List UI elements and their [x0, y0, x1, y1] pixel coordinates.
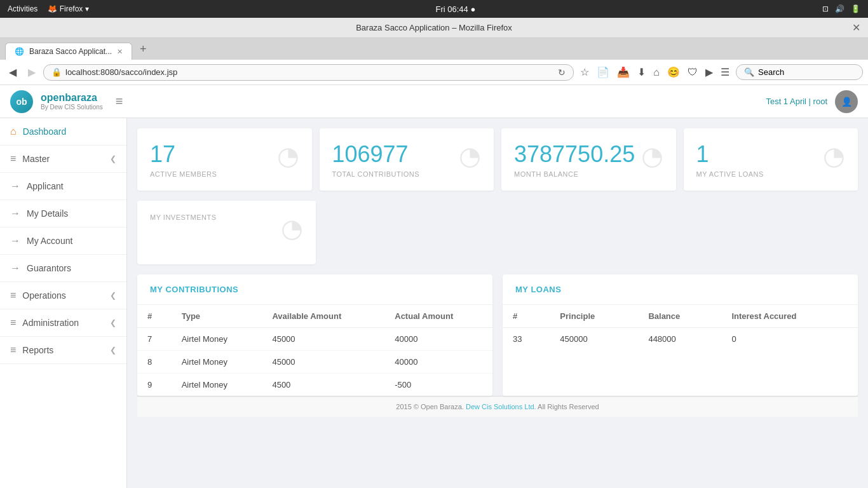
stats-grid: 17 ACTIVE MEMBERS ◔ 106977 TOTAL CONTRIB…	[137, 128, 858, 191]
sidebar-item-operations[interactable]: ≡ Operations ❮	[0, 282, 126, 309]
administration-chevron-icon: ❮	[110, 318, 116, 327]
row3-available: 4500	[262, 374, 384, 396]
members-pie-icon: ◔	[277, 141, 299, 170]
os-taskbar: Activities 🦊 Firefox ▾ Fri 06:44 ● ⊡ 🔊 🔋	[0, 0, 868, 18]
sidebar-label-my-account: My Account	[27, 236, 72, 246]
loans-col-num: #	[503, 305, 550, 328]
contributions-card: MY CONTRIBUTIONS # Type Available Amount…	[137, 274, 492, 396]
battery-icon[interactable]: 🔋	[851, 4, 860, 13]
browser-nav-icons: ☆ 📄 📥 ⬇ ⌂ 😊 🛡 ▶ ☰	[578, 64, 732, 81]
os-bar-right: ⊡ 🔊 🔋	[822, 4, 860, 13]
loans-table: # Principle Balance Interest Accured 33 …	[503, 305, 858, 350]
logo-image: ob	[10, 90, 33, 113]
logo-sub: By Dew CIS Solutions	[41, 104, 103, 111]
loans-header-row: # Principle Balance Interest Accured	[503, 305, 858, 328]
sidebar-label-master: Master	[22, 154, 50, 164]
stat-content-contributions: 106977 TOTAL CONTRIBUTIONS	[332, 141, 420, 178]
contributions-card-header: MY CONTRIBUTIONS	[137, 274, 492, 305]
active-tab[interactable]: 🌐 Baraza Sacco Applicat... ✕	[5, 43, 132, 60]
total-contributions-number: 106977	[332, 141, 420, 168]
row1-available: 45000	[262, 328, 384, 351]
empty-space	[323, 201, 858, 264]
sidebar-item-guarantors[interactable]: → Guarantors	[0, 255, 126, 282]
new-tab-button[interactable]: +	[135, 40, 152, 58]
tab-favicon: 🌐	[15, 47, 24, 56]
footer: 2015 © Open Baraza. Dew Cis Solutions Lt…	[137, 396, 858, 417]
firefox-label[interactable]: 🦊 Firefox ▾	[48, 4, 88, 13]
sidebar-item-master[interactable]: ≡ Master ❮	[0, 146, 126, 173]
sidebar-item-reports[interactable]: ≡ Reports ❮	[0, 337, 126, 364]
forward-button[interactable]: ▶	[24, 64, 39, 81]
profile-icon[interactable]: 😊	[665, 64, 682, 81]
stat-content-loans: 1 MY ACTIVE LOANS	[696, 141, 764, 178]
investments-label: MY INVESTMENTS	[150, 214, 217, 221]
search-text: Search	[758, 67, 784, 77]
sidebar-label-guarantors: Guarantors	[27, 263, 71, 273]
tab-close-button[interactable]: ✕	[117, 48, 123, 56]
footer-company-link[interactable]: Dew Cis Solutions Ltd.	[466, 403, 536, 410]
loans-col-principle: Principle	[550, 305, 638, 328]
contributions-col-available: Available Amount	[262, 305, 384, 328]
sidebar-item-applicant[interactable]: → Applicant	[0, 173, 126, 200]
contributions-table-head: # Type Available Amount Actual Amount	[137, 305, 492, 328]
logo-name: openbaraza	[41, 92, 103, 104]
reader-icon[interactable]: 📄	[594, 64, 612, 81]
total-contributions-label: TOTAL CONTRIBUTIONS	[332, 170, 420, 178]
logo-initials: ob	[16, 97, 27, 107]
sidebar-item-administration[interactable]: ≡ Administration ❮	[0, 309, 126, 337]
loan-row1-balance: 448000	[638, 328, 721, 351]
activities-label[interactable]: Activities	[8, 4, 37, 13]
volume-icon[interactable]: 🔊	[835, 4, 844, 13]
dashboard-icon: ⌂	[10, 126, 17, 137]
main-content: 17 ACTIVE MEMBERS ◔ 106977 TOTAL CONTRIB…	[127, 118, 868, 488]
hamburger-menu[interactable]: ≡	[116, 94, 123, 109]
sidebar-item-my-account[interactable]: → My Account	[0, 227, 126, 255]
table-row: 7 Airtel Money 45000 40000	[137, 328, 492, 351]
url-text: localhost:8080/sacco/index.jsp	[65, 67, 554, 77]
my-account-icon: →	[10, 235, 20, 247]
stat-card-active-members: 17 ACTIVE MEMBERS ◔	[137, 128, 312, 191]
administration-icon: ≡	[10, 317, 16, 329]
search-icon: 🔍	[744, 67, 754, 77]
avatar[interactable]: 👤	[835, 90, 858, 113]
os-bar-left: Activities 🦊 Firefox ▾	[8, 4, 89, 13]
active-members-number: 17	[150, 141, 217, 168]
window-icon[interactable]: ⊡	[822, 4, 829, 13]
os-time: Fri 06:44 ●	[435, 4, 475, 14]
loans-pie-icon: ◔	[823, 141, 845, 170]
month-balance-number: 3787750.25	[514, 141, 635, 168]
month-balance-label: MONTH BALANCE	[514, 170, 635, 178]
reload-button[interactable]: ↻	[558, 67, 566, 78]
bookmark-icon[interactable]: ☆	[578, 64, 592, 81]
pocket-icon[interactable]: 📥	[614, 64, 632, 81]
download-icon[interactable]: ⬇	[635, 64, 648, 81]
contributions-col-actual: Actual Amount	[384, 305, 492, 328]
menu-icon[interactable]: ☰	[718, 64, 732, 81]
contributions-col-type: Type	[172, 305, 262, 328]
sidebar-item-dashboard[interactable]: ⌂ Dashboard	[0, 118, 126, 146]
url-bar[interactable]: 🔒 localhost:8080/sacco/index.jsp ↻	[43, 64, 574, 81]
sidebar-label-reports: Reports	[22, 345, 53, 355]
loans-col-balance: Balance	[638, 305, 721, 328]
sidebar-item-my-details[interactable]: → My Details	[0, 200, 126, 227]
loans-table-body: 33 450000 448000 0	[503, 328, 858, 351]
logo-text: openbaraza By Dew CIS Solutions	[41, 92, 103, 111]
loans-table-head: # Principle Balance Interest Accured	[503, 305, 858, 328]
user-info: Test 1 April | root	[766, 97, 827, 106]
reports-chevron-icon: ❮	[110, 346, 116, 355]
back-button[interactable]: ◀	[5, 64, 20, 81]
loan-row1-num: 33	[503, 328, 550, 351]
shield-icon[interactable]: 🛡	[685, 64, 700, 81]
active-loans-label: MY ACTIVE LOANS	[696, 170, 764, 178]
browser-search-bar[interactable]: 🔍 Search	[736, 64, 863, 80]
loan-row1-principle: 450000	[550, 328, 638, 351]
stat-content-members: 17 ACTIVE MEMBERS	[150, 141, 217, 178]
active-loans-number: 1	[696, 141, 764, 168]
row1-type: Airtel Money	[172, 328, 262, 351]
row3-type: Airtel Money	[172, 374, 262, 396]
browser-close-button[interactable]: ✕	[852, 22, 860, 34]
home-icon[interactable]: ⌂	[651, 64, 662, 81]
youtube-icon[interactable]: ▶	[703, 64, 715, 81]
row2-available: 45000	[262, 351, 384, 374]
row2-num: 8	[137, 351, 172, 374]
